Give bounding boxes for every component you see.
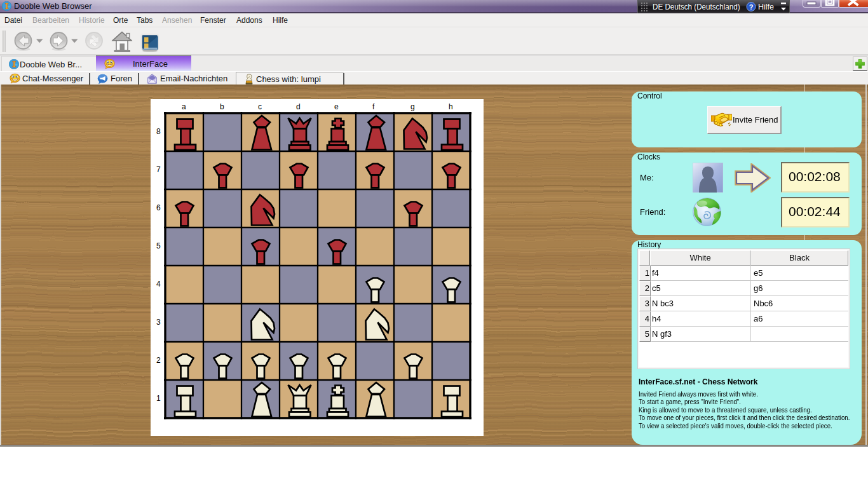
svg-text:?: ?: [749, 3, 754, 11]
